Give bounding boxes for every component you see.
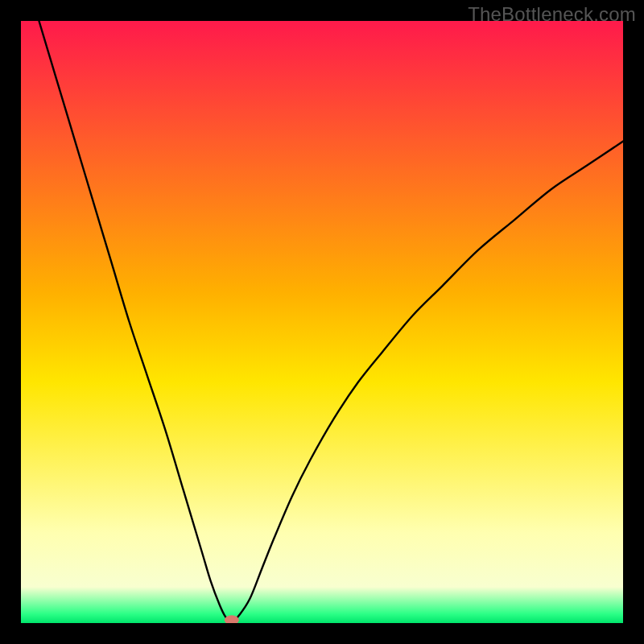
- gradient-background: [21, 21, 623, 623]
- chart-container: TheBottleneck.com: [0, 0, 644, 644]
- watermark-text: TheBottleneck.com: [468, 3, 636, 26]
- plot-area: [21, 21, 623, 623]
- chart-svg: [21, 21, 623, 623]
